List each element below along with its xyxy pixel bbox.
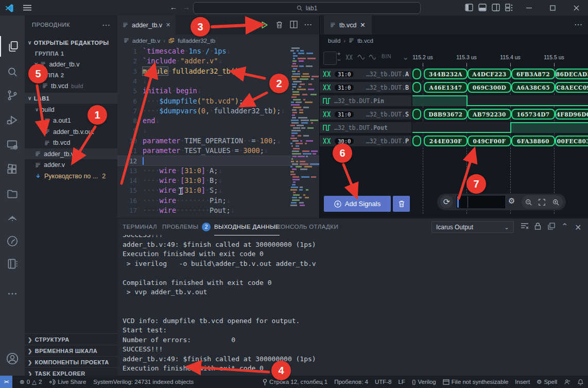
signal-row-P[interactable]: 30:0…32_tb.DUT.P xyxy=(320,136,411,146)
project-manager-activity-icon[interactable] xyxy=(0,183,25,204)
wave-select-box[interactable] xyxy=(323,52,337,65)
zoom-plus-icon[interactable]: + xyxy=(337,50,340,57)
code-line-9[interactable]: 9↓ xyxy=(117,126,319,136)
sidebar-section-компоненты-проекта[interactable]: ❯КОМПОНЕНТЫ ПРОЕКТА xyxy=(25,356,117,368)
tab-tb-vcd[interactable]: tb.vcd ✕ xyxy=(324,15,372,35)
analog-format-icon-2[interactable] xyxy=(369,55,376,60)
lock-icon[interactable] xyxy=(534,223,541,230)
code-line-15[interactable]: 15····wire·[31:0]·S;↓ xyxy=(117,185,319,195)
synthesis-status[interactable]: File not synthesizable xyxy=(443,379,509,385)
tree-item-adder-tb.v[interactable]: adder_tb.v xyxy=(25,148,117,159)
account-activity-icon[interactable] xyxy=(0,348,25,369)
run-button[interactable] xyxy=(260,21,269,29)
run-debug-activity-icon[interactable] xyxy=(0,110,25,130)
split-editor-icon[interactable] xyxy=(290,21,298,28)
code-line-10[interactable]: 10parameter·TIME_OPERATION··=·100;↓ xyxy=(117,136,319,146)
zoom-out-icon[interactable] xyxy=(525,199,532,206)
panel-tab-проблемы[interactable]: ПРОБЛЕМЫ2 xyxy=(162,218,211,235)
maximize-panel-icon[interactable]: ⌃ xyxy=(561,222,568,231)
toggle-sidebar-right-icon[interactable] xyxy=(492,4,500,11)
code-line-1[interactable]: 1`timescale·1ns·/·1ps↓ xyxy=(117,46,319,56)
sidebar-section-структура[interactable]: ❯СТРУКТУРА xyxy=(25,333,117,345)
code-line-3[interactable]: 3module·fulladder32_tb();↓ xyxy=(117,66,319,76)
tree-item-adder-tb.v.out[interactable]: adder_tb.v.out xyxy=(25,126,117,137)
wave-more-icon[interactable]: ⋯ xyxy=(574,20,582,29)
wave-minimap-scrubber[interactable] xyxy=(457,196,505,208)
search-command-center[interactable]: lab1 xyxy=(193,2,421,14)
refresh-button[interactable]: ⟳ xyxy=(440,195,453,208)
format-select[interactable]: BIN xyxy=(382,53,391,59)
code-line-7[interactable]: 7····$dumpvars(0,·fulladder32_tb);↓ xyxy=(117,106,319,116)
code-line-4[interactable]: 4↓ xyxy=(117,76,319,86)
output-log[interactable]: SUCCESS!!!adder_tb.v:49: $finish called … xyxy=(123,230,581,376)
signal-row-Pin[interactable]: …32_tb.DUT.Pin xyxy=(320,95,411,106)
tab-adder-tb[interactable]: adder_tb.v ✕ xyxy=(117,15,176,35)
problems-status[interactable]: ⊗0 △2 xyxy=(20,378,42,385)
tree-item-tb.vcd[interactable]: tb.vcd xyxy=(25,138,117,148)
indentation-status[interactable]: Пробелов: 4 xyxy=(334,379,368,385)
breadcrumb-folder[interactable]: build xyxy=(328,38,340,44)
signal-row-Pout[interactable]: …32_tb.DUT.Pout xyxy=(320,122,411,133)
panel-tab-выходные-данные[interactable]: ВЫХОДНЫЕ ДАННЫЕ xyxy=(214,218,280,235)
open-in-editor-icon[interactable] xyxy=(548,223,555,230)
notifications-bell-icon[interactable] xyxy=(577,379,584,385)
analog-format-icon[interactable] xyxy=(357,55,365,60)
extensions-activity-icon[interactable] xyxy=(0,159,25,180)
signal-row-S[interactable]: 31:0…32_tb.DUT.S xyxy=(320,109,411,120)
customize-layout-icon[interactable] xyxy=(505,4,513,11)
panel-tab-консоль-отладки[interactable]: КОНСОЛЬ ОТЛАДКИ xyxy=(277,218,338,235)
toggle-panel-icon[interactable] xyxy=(478,4,487,11)
tree-item-группа-1[interactable]: ГРУППА 1 xyxy=(25,48,117,59)
code-line-17[interactable]: 17····wire········Pout;↓ xyxy=(117,206,319,215)
minimize-button[interactable] xyxy=(517,0,541,15)
menu-icon[interactable] xyxy=(23,5,31,11)
remote-explorer-activity-icon[interactable] xyxy=(0,134,25,155)
toggle-sidebar-left-icon[interactable] xyxy=(465,4,473,11)
code-line-13[interactable]: 13····wire·[31:0]·A;↓ xyxy=(117,166,319,176)
zoom-fit-icon[interactable] xyxy=(539,199,545,206)
tree-item-adder.v[interactable]: adder.v xyxy=(25,160,117,171)
code-line-14[interactable]: 14····wire·[31:0]·B;↓ xyxy=(117,176,319,185)
zoom-minus-icon[interactable]: − xyxy=(337,57,340,63)
trash-icon[interactable] xyxy=(275,21,283,29)
insert-mode[interactable]: Insert xyxy=(515,379,530,385)
feedback-icon[interactable] xyxy=(564,379,570,385)
sidebar-section-временная-шкала[interactable]: ❯ВРЕМЕННАЯ ШКАЛА xyxy=(25,345,117,357)
indexer-status[interactable]: SystemVerilog: 24731 indexed objects xyxy=(93,379,194,385)
explorer-activity-icon[interactable] xyxy=(0,36,26,57)
eol-status[interactable]: LF xyxy=(398,379,405,385)
breadcrumb-symbol[interactable]: fulladder32_tb xyxy=(178,38,215,44)
editor-more-icon[interactable]: ⋯ xyxy=(304,20,312,29)
nav-back-icon[interactable]: ← xyxy=(170,3,177,11)
tree-item-открытые-редакторы[interactable]: ∨ОТКРЫТЫЕ РЕДАКТОРЫ xyxy=(25,37,117,48)
breadcrumb-file[interactable]: tb.vcd xyxy=(357,38,373,44)
search-activity-icon[interactable] xyxy=(0,62,25,82)
clear-output-icon[interactable] xyxy=(521,223,529,230)
sidebar-more-icon[interactable]: ⋯ xyxy=(102,20,110,30)
code-line-5[interactable]: 5initial·begin↓ xyxy=(117,86,319,96)
settings-gear-icon[interactable]: ⚙ xyxy=(508,196,515,206)
remote-indicator[interactable]: >< xyxy=(0,376,12,388)
source-control-activity-icon[interactable] xyxy=(0,85,25,106)
zoom-in-icon[interactable] xyxy=(552,199,559,206)
close-panel-icon[interactable]: ✕ xyxy=(575,223,581,232)
live-share-button[interactable]: Live Share xyxy=(49,379,86,385)
close-tab-icon[interactable]: ✕ xyxy=(166,22,170,28)
code-line-11[interactable]: 11parameter·TEST_VALUES·=·3000;↓ xyxy=(117,146,319,156)
nav-forward-icon[interactable]: → xyxy=(183,3,190,11)
timing-activity-icon[interactable] xyxy=(0,231,25,251)
add-signals-button[interactable]: Add Signals xyxy=(324,196,391,212)
code-line-16[interactable]: 16····wire········Pin;↓ xyxy=(117,196,319,206)
code-line-12[interactable]: 12 xyxy=(117,156,319,165)
notebook-activity-icon[interactable] xyxy=(0,254,25,274)
wavetrace-activity-icon[interactable] xyxy=(0,207,25,228)
bus-format-icon[interactable] xyxy=(345,54,353,60)
remove-signals-button[interactable] xyxy=(393,196,410,212)
minimap[interactable] xyxy=(290,47,314,211)
close-tab-icon[interactable]: ✕ xyxy=(360,21,365,29)
tree-item-руководство-по-...[interactable]: Руководство по ...2 xyxy=(25,171,117,181)
code-editor[interactable]: 1`timescale·1ns·/·1ps↓2`include·"adder.v… xyxy=(117,46,319,218)
language-mode[interactable]: {}Verilog xyxy=(412,379,436,385)
code-line-8[interactable]: 8end↓ xyxy=(117,116,319,126)
signal-row-A[interactable]: 31:0…32_tb.DUT.A xyxy=(320,69,411,79)
